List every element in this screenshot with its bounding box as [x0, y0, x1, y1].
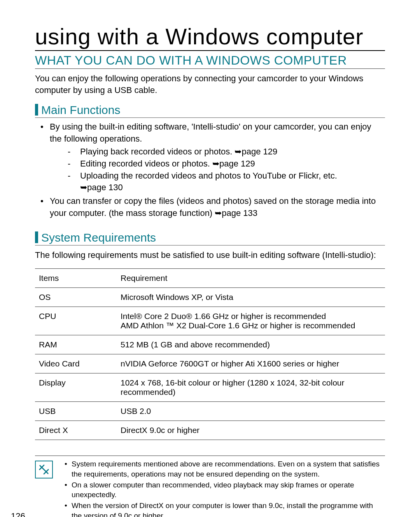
table-cell: OS [35, 288, 117, 307]
table-row: Direct XDirectX 9.0c or higher [35, 421, 385, 440]
note-item: System requirements mentioned above are … [63, 459, 385, 479]
requirements-table: Items Requirement OSMicrosoft Windows XP… [35, 268, 385, 440]
page-title: using with a Windows computer [35, 23, 385, 51]
dash-item: Playing back recorded videos or photos. … [68, 146, 385, 158]
accent-bar [35, 231, 38, 243]
dash-item: Editing recorded videos or photos. ➥page… [68, 158, 385, 170]
section-heading: WHAT YOU CAN DO WITH A WINDOWS COMPUTER [35, 53, 385, 69]
bullet-text: By using the built-in editing software, … [50, 122, 371, 144]
dash-text: Editing recorded videos or photos. [80, 159, 212, 168]
table-cell: nVIDIA Geforce 7600GT or higher Ati X160… [117, 354, 385, 373]
table-cell: Display [35, 373, 117, 402]
table-row: OSMicrosoft Windows XP, or Vista [35, 288, 385, 307]
table-cell: Microsoft Windows XP, or Vista [117, 288, 385, 307]
subsection-heading-system-requirements: System Requirements [41, 231, 156, 244]
note-item: When the version of DirectX on your comp… [63, 501, 385, 517]
bullet-item: You can transfer or copy the files (vide… [35, 195, 385, 219]
note-item: On a slower computer than recommended, v… [63, 480, 385, 500]
table-cell: USB [35, 402, 117, 421]
table-header-items: Items [35, 269, 117, 288]
table-row: Display1024 x 768, 16-bit colour or high… [35, 373, 385, 402]
table-row: RAM512 MB (1 GB and above recommended) [35, 335, 385, 354]
table-cell: DirectX 9.0c or higher [117, 421, 385, 440]
table-row: USBUSB 2.0 [35, 402, 385, 421]
dash-item: Uploading the recorded videos and photos… [68, 170, 385, 194]
table-cell: CPU [35, 307, 117, 335]
requirements-intro: The following requirements must be satis… [35, 249, 385, 261]
table-cell: Video Card [35, 354, 117, 373]
page-number: 126 [11, 511, 25, 517]
table-cell: Intel® Core 2 Duo® 1.66 GHz or higher is… [117, 307, 385, 335]
page-ref: ➥page 129 [234, 147, 277, 156]
bullet-text: You can transfer or copy the files (vide… [50, 196, 376, 218]
intro-text: You can enjoy the following operations b… [35, 73, 385, 96]
table-cell: 512 MB (1 GB and above recommended) [117, 335, 385, 354]
page-ref: ➥page 130 [80, 182, 123, 192]
accent-bar [35, 104, 38, 116]
subsection-heading-main-functions: Main Functions [41, 103, 120, 117]
page-ref: ➥page 129 [212, 159, 255, 168]
table-cell: 1024 x 768, 16-bit colour or higher (128… [117, 373, 385, 402]
table-header-requirement: Requirement [117, 269, 385, 288]
note-icon [35, 461, 53, 478]
table-row: Video CardnVIDIA Geforce 7600GT or highe… [35, 354, 385, 373]
table-cell: Direct X [35, 421, 117, 440]
page-ref: ➥page 133 [215, 208, 257, 218]
table-cell: RAM [35, 335, 117, 354]
bullet-item: By using the built-in editing software, … [35, 121, 385, 194]
table-row: CPUIntel® Core 2 Duo® 1.66 GHz or higher… [35, 307, 385, 335]
dash-text: Playing back recorded videos or photos. [80, 147, 234, 156]
dash-text: Uploading the recorded videos and photos… [80, 171, 337, 181]
table-cell: USB 2.0 [117, 402, 385, 421]
